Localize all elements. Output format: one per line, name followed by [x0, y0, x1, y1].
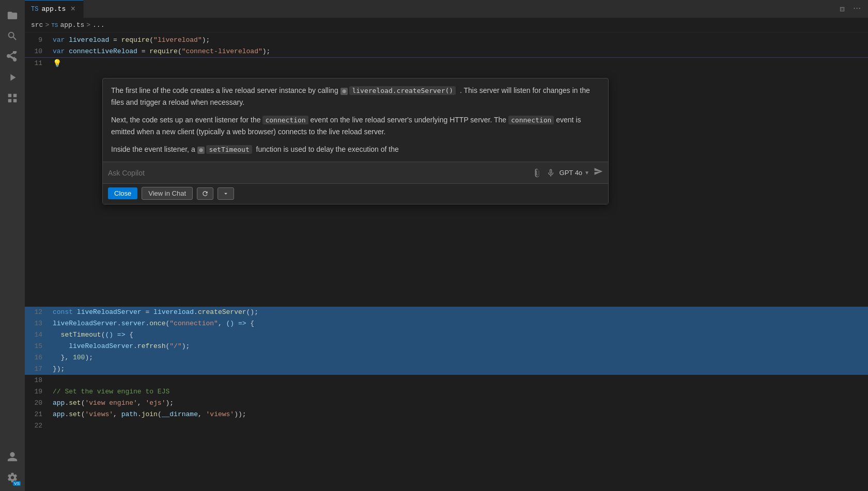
- settings-icon[interactable]: VS: [3, 468, 22, 487]
- breadcrumb: src > TS app.ts > ...: [25, 18, 868, 33]
- top-code-lines: 9 var livereload = require("livereload")…: [25, 33, 868, 69]
- ask-input-icons: GPT 4o ▼: [533, 167, 603, 179]
- code-ref-connection2: connection: [508, 116, 554, 124]
- run-debug-icon[interactable]: [3, 68, 22, 87]
- tab-actions: ⧈ ‧‧‧: [836, 3, 868, 15]
- code-line-11: 11 💡: [25, 57, 868, 69]
- gpt-model-label: GPT 4o: [560, 169, 583, 177]
- copilot-explanation: The first line of the code creates a liv…: [103, 78, 608, 162]
- copilot-paragraph-2: Next, the code sets up an event listener…: [111, 114, 600, 137]
- code-line-14: 14 setTimeout(() => {: [25, 329, 868, 341]
- copilot-popup: The first line of the code creates a liv…: [102, 78, 609, 204]
- code-line-20: 20 app.set('view engine', 'ejs');: [25, 398, 868, 409]
- editor-area: TS app.ts × ⧈ ‧‧‧ src > TS app.ts > ... …: [25, 0, 868, 491]
- code-line-15: 15 liveReloadServer.refresh("/");: [25, 341, 868, 352]
- tab-lang-label: TS: [31, 6, 38, 13]
- copilot-inline-icon-2: ⊕: [197, 147, 205, 154]
- breadcrumb-ts-icon: TS: [51, 21, 58, 29]
- code-line-10: 10 var connectLiveReload = require("conn…: [25, 46, 868, 57]
- ask-copilot-input[interactable]: [108, 169, 529, 177]
- copilot-paragraph-1: The first line of the code creates a liv…: [111, 85, 600, 108]
- code-line-13: 13 liveReloadServer.server.once("connect…: [25, 318, 868, 329]
- code-area: 9 var livereload = require("livereload")…: [25, 33, 868, 491]
- tab-close-button[interactable]: ×: [69, 5, 77, 13]
- bottom-code-lines: 12 const liveReloadServer = livereload.c…: [25, 307, 868, 432]
- vs-badge: VS: [13, 481, 21, 486]
- code-ref-connection: connection: [262, 116, 308, 124]
- mic-icon[interactable]: [546, 168, 555, 178]
- account-icon[interactable]: [3, 448, 22, 466]
- split-editor-button[interactable]: ⧈: [836, 3, 848, 15]
- code-line-18: 18: [25, 375, 868, 386]
- breadcrumb-sep1: >: [45, 21, 49, 29]
- refresh-button[interactable]: [197, 187, 213, 200]
- view-in-chat-button[interactable]: View in Chat: [142, 187, 193, 200]
- code-ref-settimeout: setTimeout: [206, 145, 252, 154]
- tab-bar: TS app.ts × ⧈ ‧‧‧: [25, 0, 868, 18]
- extensions-icon[interactable]: [3, 89, 22, 107]
- code-line-17: 17 });: [25, 363, 868, 375]
- svg-rect-0: [8, 94, 11, 97]
- source-control-icon[interactable]: [3, 47, 22, 66]
- breadcrumb-src[interactable]: src: [31, 21, 43, 29]
- svg-rect-2: [8, 99, 11, 102]
- code-ref-createserver: livereload.createServer(): [349, 86, 456, 95]
- gpt-model-selector[interactable]: GPT 4o ▼: [560, 169, 590, 177]
- search-icon[interactable]: [3, 27, 22, 45]
- copilot-paragraph-3: Inside the event listener, a ⊕ setTimeou…: [111, 144, 600, 155]
- more-actions-button[interactable]: ‧‧‧: [850, 3, 864, 15]
- code-line-21: 21 app.set('views', path.join(__dirname,…: [25, 409, 868, 420]
- more-options-button[interactable]: [218, 187, 234, 200]
- breadcrumb-sep2: >: [86, 21, 90, 29]
- svg-rect-1: [13, 94, 17, 97]
- tab-filename: app.ts: [41, 5, 66, 13]
- code-line-12: 12 const liveReloadServer = livereload.c…: [25, 307, 868, 318]
- code-line-22: 22: [25, 420, 868, 432]
- gpt-model-chevron: ▼: [584, 170, 590, 176]
- app-ts-tab[interactable]: TS app.ts ×: [25, 0, 84, 18]
- code-line-19: 19 // Set the view engine to EJS: [25, 386, 868, 398]
- svg-rect-3: [13, 99, 17, 102]
- send-button[interactable]: [594, 167, 603, 179]
- attach-icon[interactable]: [533, 168, 542, 178]
- ask-copilot-bar: GPT 4o ▼: [103, 162, 608, 183]
- breadcrumb-filename[interactable]: app.ts: [60, 21, 84, 29]
- code-line-9: 9 var livereload = require("livereload")…: [25, 35, 868, 46]
- activity-bar: VS: [0, 0, 25, 491]
- copilot-actions: Close View in Chat: [103, 183, 608, 204]
- files-icon[interactable]: [3, 6, 22, 25]
- close-button[interactable]: Close: [108, 187, 137, 199]
- breadcrumb-rest[interactable]: ...: [92, 21, 104, 29]
- copilot-inline-icon-1: ⊕: [340, 88, 348, 95]
- code-line-16: 16 }, 100);: [25, 352, 868, 363]
